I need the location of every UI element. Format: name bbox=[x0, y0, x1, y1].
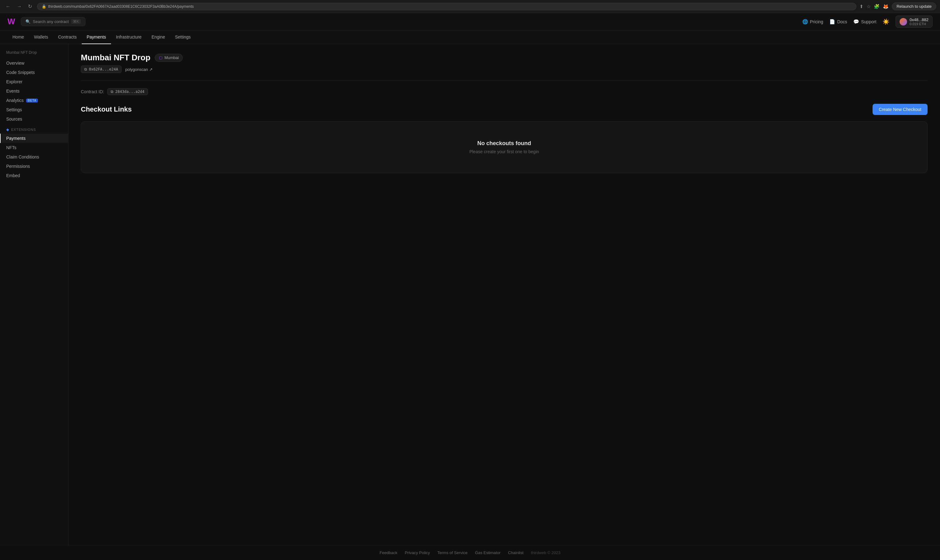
copy-icon: ⧉ bbox=[84, 67, 87, 71]
footer-copyright: thirdweb © 2023 bbox=[531, 550, 560, 555]
nav-settings[interactable]: Settings bbox=[170, 31, 196, 44]
docs-icon: 📄 bbox=[829, 19, 835, 25]
sidebar-item-analytics[interactable]: Analytics BETA bbox=[0, 96, 68, 105]
footer-chainlist[interactable]: Chainlist bbox=[508, 550, 523, 555]
divider bbox=[81, 80, 928, 81]
contract-address-chip[interactable]: ⧉ 0x62FA...e24A bbox=[81, 66, 122, 73]
contract-id-label: Contract ID: bbox=[81, 89, 104, 94]
extensions-section-label: ◆ Extensions bbox=[0, 124, 68, 134]
search-shortcut: ⌘K bbox=[71, 19, 80, 24]
globe-icon: 🌐 bbox=[802, 19, 808, 25]
sidebar-item-embed[interactable]: Embed bbox=[0, 171, 68, 180]
footer-terms-of-service[interactable]: Terms of Service bbox=[437, 550, 468, 555]
footer-gas-estimator[interactable]: Gas Estimator bbox=[475, 550, 500, 555]
search-bar[interactable]: 🔍 Search any contract ⌘K bbox=[21, 17, 86, 26]
wallet-info: 0x48...882 0.019 ETH bbox=[909, 17, 929, 26]
fox-icon[interactable]: 🦊 bbox=[883, 4, 889, 9]
polygonscan-link[interactable]: polygonscan ↗ bbox=[125, 67, 152, 72]
checkout-header: Checkout Links Create New Checkout bbox=[81, 104, 928, 115]
support-link[interactable]: 💬 Support bbox=[853, 19, 876, 25]
star-icon[interactable]: ☆ bbox=[867, 4, 871, 9]
reload-button[interactable]: ↻ bbox=[26, 3, 34, 10]
wallet-address: 0x48...882 bbox=[909, 17, 929, 22]
empty-state-subtitle: Please create your first one to begin bbox=[469, 149, 539, 154]
extensions-label: Extensions bbox=[11, 128, 36, 131]
sidebar-item-payments[interactable]: Payments bbox=[0, 134, 68, 143]
address-row: ⧉ 0x62FA...e24A polygonscan ↗ bbox=[81, 66, 928, 73]
diamond-icon: ◆ bbox=[6, 128, 9, 132]
sidebar-item-explorer[interactable]: Explorer bbox=[0, 77, 68, 86]
pricing-label: Pricing bbox=[810, 19, 823, 24]
contract-id: 2843da...a2d4 bbox=[115, 89, 145, 94]
contract-header: Mumbai NFT Drop ⬡ Mumbai bbox=[81, 53, 928, 63]
wallet-badge[interactable]: 0x48...882 0.019 ETH bbox=[895, 15, 932, 28]
nav-wallets[interactable]: Wallets bbox=[29, 31, 53, 44]
contract-title: Mumbai NFT Drop bbox=[81, 53, 151, 63]
support-icon: 💬 bbox=[853, 19, 859, 25]
search-placeholder: Search any contract bbox=[33, 19, 69, 24]
main-content: Mumbai NFT Drop ⬡ Mumbai ⧉ 0x62FA...e24A… bbox=[68, 44, 940, 545]
sidebar-breadcrumb: Mumbai NFT Drop bbox=[0, 50, 68, 58]
nav-infrastructure[interactable]: Infrastructure bbox=[111, 31, 146, 44]
sidebar-item-nfts[interactable]: NFTs bbox=[0, 143, 68, 152]
sidebar-item-code-snippets[interactable]: Code Snippets bbox=[0, 68, 68, 77]
polygonscan-label: polygonscan bbox=[125, 67, 148, 72]
copy-id-icon: ⧉ bbox=[111, 89, 114, 94]
checkout-title: Checkout Links bbox=[81, 105, 132, 114]
sidebar-item-permissions[interactable]: Permissions bbox=[0, 162, 68, 171]
docs-link[interactable]: 📄 Docs bbox=[829, 19, 847, 25]
page-layout: Mumbai NFT Drop Overview Code Snippets E… bbox=[0, 44, 940, 545]
empty-state: No checkouts found Please create your fi… bbox=[81, 121, 928, 173]
docs-label: Docs bbox=[837, 19, 847, 24]
browser-bar: ← → ↻ 🔒 thirdweb.com/mumbai/0x62FA0667A2… bbox=[0, 0, 940, 13]
sidebar-item-overview[interactable]: Overview bbox=[0, 58, 68, 68]
sidebar-item-claim-conditions[interactable]: Claim Conditions bbox=[0, 152, 68, 162]
share-icon[interactable]: ⬆ bbox=[860, 4, 863, 9]
network-icon: ⬡ bbox=[159, 55, 163, 60]
pricing-link[interactable]: 🌐 Pricing bbox=[802, 19, 823, 25]
search-icon: 🔍 bbox=[26, 19, 31, 24]
logo[interactable]: W bbox=[8, 17, 15, 26]
top-navigation: W 🔍 Search any contract ⌘K 🌐 Pricing 📄 D… bbox=[0, 13, 940, 31]
footer: Feedback Privacy Policy Terms of Service… bbox=[0, 545, 940, 560]
external-link-icon: ↗ bbox=[149, 67, 152, 72]
address-bar[interactable]: 🔒 thirdweb.com/mumbai/0x62FA0667A2aad033… bbox=[37, 3, 856, 10]
empty-state-title: No checkouts found bbox=[477, 140, 531, 147]
create-checkout-button[interactable]: Create New Checkout bbox=[872, 104, 928, 115]
beta-badge: BETA bbox=[26, 98, 38, 103]
nav-contracts[interactable]: Contracts bbox=[53, 31, 82, 44]
network-badge[interactable]: ⬡ Mumbai bbox=[155, 54, 183, 62]
footer-feedback[interactable]: Feedback bbox=[380, 550, 397, 555]
theme-toggle[interactable]: ☀️ bbox=[883, 18, 889, 25]
contract-id-row: Contract ID: ⧉ 2843da...a2d4 bbox=[81, 88, 928, 95]
extensions-icon[interactable]: 🧩 bbox=[874, 4, 880, 9]
topnav-right: 🌐 Pricing 📄 Docs 💬 Support ☀️ 0x48...882… bbox=[802, 15, 932, 28]
nav-payments[interactable]: Payments bbox=[82, 31, 111, 44]
sidebar: Mumbai NFT Drop Overview Code Snippets E… bbox=[0, 44, 68, 545]
contract-id-chip[interactable]: ⧉ 2843da...a2d4 bbox=[107, 88, 148, 95]
footer-privacy-policy[interactable]: Privacy Policy bbox=[405, 550, 430, 555]
main-navigation: Home Wallets Contracts Payments Infrastr… bbox=[0, 31, 940, 44]
relaunch-button[interactable]: Relaunch to update bbox=[892, 3, 936, 10]
sidebar-item-events[interactable]: Events bbox=[0, 86, 68, 96]
nav-home[interactable]: Home bbox=[8, 31, 29, 44]
forward-button[interactable]: → bbox=[15, 3, 24, 10]
browser-nav-icons: ← → ↻ bbox=[4, 3, 34, 10]
nav-engine[interactable]: Engine bbox=[146, 31, 170, 44]
back-button[interactable]: ← bbox=[4, 3, 12, 10]
support-label: Support bbox=[861, 19, 876, 24]
browser-icons: ⬆ ☆ 🧩 🦊 bbox=[860, 4, 889, 9]
network-label: Mumbai bbox=[165, 55, 179, 60]
url-text: thirdweb.com/mumbai/0x62FA0667A2aad03308… bbox=[48, 5, 194, 9]
analytics-label: Analytics bbox=[6, 98, 24, 103]
contract-address: 0x62FA...e24A bbox=[89, 67, 118, 71]
sidebar-item-sources[interactable]: Sources bbox=[0, 114, 68, 124]
sidebar-item-settings[interactable]: Settings bbox=[0, 105, 68, 114]
wallet-eth: 0.019 ETH bbox=[909, 22, 929, 26]
lock-icon: 🔒 bbox=[42, 5, 46, 9]
wallet-avatar bbox=[900, 18, 907, 26]
